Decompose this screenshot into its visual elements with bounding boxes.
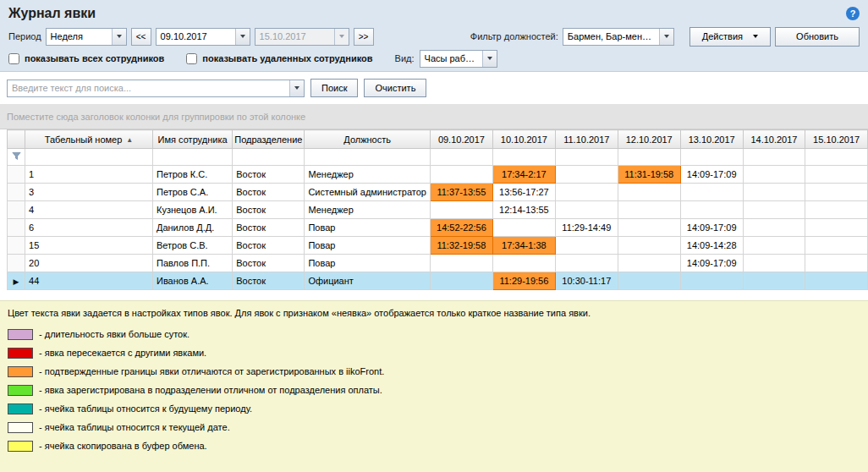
cell-employee-number[interactable]: 20 — [25, 255, 153, 272]
attendance-cell[interactable] — [618, 201, 680, 219]
filter-cell[interactable] — [25, 149, 153, 166]
column-header[interactable]: 11.10.2017 — [555, 130, 618, 149]
attendance-cell[interactable] — [430, 201, 492, 219]
attendance-cell[interactable]: 17:34-2:17 — [492, 166, 555, 184]
attendance-cell[interactable] — [743, 219, 805, 237]
period-select[interactable]: Неделя — [46, 28, 127, 46]
column-header[interactable]: 15.10.2017 — [805, 130, 868, 149]
cell-position[interactable]: Повар — [305, 219, 431, 237]
cell-employee-number[interactable]: 15 — [25, 237, 153, 255]
view-select[interactable]: Часы работы — [420, 50, 497, 68]
cell-employee-number[interactable]: 44 — [25, 272, 153, 290]
attendance-cell[interactable] — [618, 184, 680, 201]
cell-employee-number[interactable]: 3 — [25, 184, 153, 201]
attendance-cell[interactable] — [743, 166, 805, 184]
column-header[interactable]: Должность — [305, 130, 431, 149]
attendance-cell[interactable] — [805, 255, 868, 272]
search-input[interactable] — [8, 83, 289, 93]
column-header[interactable]: 13.10.2017 — [680, 130, 743, 149]
cell-employee-name[interactable]: Ветров С.В. — [152, 237, 232, 255]
attendance-cell[interactable] — [743, 201, 805, 219]
attendance-cell[interactable] — [680, 272, 743, 290]
attendance-cell[interactable]: 11:37-13:55 — [430, 184, 492, 201]
attendance-cell[interactable] — [555, 237, 618, 255]
column-header[interactable]: 09.10.2017 — [430, 130, 492, 149]
table-row[interactable]: 4Кузнецов А.И.ВостокМенеджер12:14-13:55 — [8, 201, 868, 219]
chevron-down-icon[interactable] — [289, 80, 304, 96]
attendance-cell[interactable] — [805, 166, 868, 184]
filter-cell[interactable] — [743, 149, 805, 166]
attendance-cell[interactable] — [743, 237, 805, 255]
cell-employee-name[interactable]: Данилов Д.Д. — [152, 219, 232, 237]
attendance-cell[interactable] — [805, 237, 868, 255]
table-row[interactable]: 20Павлов П.П.ВостокПовар14:09-17:09 — [8, 255, 868, 272]
cell-department[interactable]: Восток — [233, 255, 305, 272]
filter-cell[interactable] — [305, 149, 431, 166]
cell-employee-name[interactable]: Кузнецов А.И. — [152, 201, 232, 219]
attendance-cell[interactable] — [555, 255, 618, 272]
cell-position[interactable]: Менеджер — [305, 166, 431, 184]
show-all-employees-checkbox[interactable] — [8, 53, 19, 64]
attendance-cell[interactable] — [805, 184, 868, 201]
attendance-cell[interactable] — [743, 255, 805, 272]
positions-filter-select[interactable]: Бармен, Бар-менед... — [563, 28, 674, 46]
show-all-employees-label[interactable]: показывать всех сотрудников — [25, 53, 164, 63]
next-week-button[interactable]: >> — [354, 28, 374, 46]
attendance-cell[interactable] — [680, 201, 743, 219]
date-from-picker[interactable]: 09.10.2017 — [156, 28, 250, 46]
attendance-cell[interactable] — [492, 255, 555, 272]
table-row[interactable]: 6Данилов Д.Д.ВостокПовар14:52-22:5611:29… — [8, 219, 868, 237]
attendance-cell[interactable]: 14:09-17:09 — [680, 219, 743, 237]
attendance-cell[interactable] — [618, 237, 680, 255]
cell-department[interactable]: Восток — [233, 237, 305, 255]
attendance-cell[interactable] — [618, 219, 680, 237]
actions-button[interactable]: Действия — [689, 27, 771, 47]
search-button[interactable]: Поиск — [310, 79, 358, 97]
chevron-down-icon[interactable] — [482, 51, 497, 67]
attendance-cell[interactable]: 14:09-14:28 — [680, 237, 743, 255]
filter-cell[interactable] — [555, 149, 618, 166]
cell-department[interactable]: Восток — [233, 184, 305, 201]
help-icon[interactable]: ? — [846, 7, 860, 20]
cell-employee-number[interactable]: 6 — [25, 219, 153, 237]
filter-cell[interactable] — [430, 149, 492, 166]
filter-cell[interactable] — [152, 149, 232, 166]
attendance-cell[interactable] — [555, 184, 618, 201]
attendance-cell[interactable] — [492, 219, 555, 237]
attendance-cell[interactable]: 14:09-17:09 — [680, 255, 743, 272]
attendance-cell[interactable]: 12:14-13:55 — [492, 201, 555, 219]
cell-position[interactable]: Системный администратор — [305, 184, 431, 201]
attendance-cell[interactable] — [430, 255, 492, 272]
cell-position[interactable]: Официант — [305, 272, 431, 290]
chevron-down-icon[interactable] — [235, 29, 250, 45]
attendance-cell[interactable]: 11:31-19:58 — [618, 166, 680, 184]
attendance-cell[interactable]: 11:32-19:58 — [430, 237, 492, 255]
cell-employee-name[interactable]: Петров С.А. — [152, 184, 232, 201]
cell-department[interactable]: Восток — [233, 166, 305, 184]
column-header[interactable]: Подразделение — [233, 130, 305, 149]
attendance-cell[interactable]: 17:34-1:38 — [492, 237, 555, 255]
table-row[interactable]: 15Ветров С.В.ВостокПовар11:32-19:5817:34… — [8, 237, 868, 255]
cell-employee-name[interactable]: Петров К.С. — [152, 166, 232, 184]
table-row[interactable]: 1Петров К.С.ВостокМенеджер17:34-2:1711:3… — [8, 166, 868, 184]
attendance-cell[interactable] — [680, 184, 743, 201]
prev-week-button[interactable]: << — [131, 28, 151, 46]
cell-department[interactable]: Восток — [233, 201, 305, 219]
table-row[interactable]: 3Петров С.А.ВостокСистемный администрато… — [8, 184, 868, 201]
cell-position[interactable]: Повар — [305, 237, 431, 255]
attendance-cell[interactable] — [555, 201, 618, 219]
attendance-cell[interactable]: 14:52-22:56 — [430, 219, 492, 237]
attendance-cell[interactable] — [743, 184, 805, 201]
filter-cell[interactable] — [805, 149, 868, 166]
cell-department[interactable]: Восток — [233, 219, 305, 237]
column-header[interactable]: 12.10.2017 — [618, 130, 680, 149]
attendance-cell[interactable] — [805, 219, 868, 237]
filter-cell[interactable] — [492, 149, 555, 166]
cell-employee-number[interactable]: 4 — [25, 201, 153, 219]
cell-employee-name[interactable]: Павлов П.П. — [152, 255, 232, 272]
attendance-cell[interactable] — [618, 255, 680, 272]
attendance-cell[interactable]: 14:09-17:09 — [680, 166, 743, 184]
attendance-cell[interactable]: 13:56-17:27 — [492, 184, 555, 201]
refresh-button[interactable]: Обновить — [775, 27, 860, 47]
column-header[interactable]: Имя сотрудника — [152, 130, 232, 149]
